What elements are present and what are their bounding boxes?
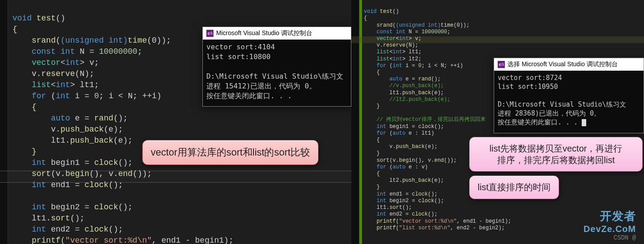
r-for: for [377,63,386,69]
id-v: v [89,58,94,67]
r-clock4: clock [412,211,428,217]
r-int: int [396,29,406,35]
r-srand: srand [377,22,393,28]
r-colon2: : [412,164,422,170]
code-content-right[interactable]: void test() { srand((unsigned int)time(0… [364,2,511,238]
console-titlebar-right[interactable]: c:\ 选择 Microsoft Visual Studio 调试控制台 [494,58,644,71]
r-N2: N [441,63,444,69]
callout-right-2: list直接排序的时间 [469,176,559,199]
callout-r2-text: list直接排序的时间 [478,182,551,192]
kw-const: const [32,47,56,56]
r-const: const [377,29,393,35]
fn-time: time [128,36,147,45]
fn-printf: printf [32,236,60,244]
console-titlebar-left[interactable]: c:\ Microsoft Visual Studio 调试控制台 [203,27,351,40]
out-path-right: D:\Microsoft Visual Studio\练习文 [498,100,626,108]
callout-left-text: vector用算法库的sort和list的sort比较 [151,147,310,158]
fn-clock: clock [94,158,118,167]
out-path-left: D:\Microsoft Visual Studio\练习文 [206,72,343,80]
r-end2b: end2 [457,225,470,231]
watermark-en: DevZe.CoM [584,224,636,234]
r-lt1: lt1 [409,49,419,55]
r-lt2: lt2 [409,56,419,62]
callout-r1-line2: 排序，排完序后将数据拷回list [478,154,634,166]
r-vector: vector [377,36,396,42]
kw-for: for [32,92,46,100]
watermark-cn: 开发者 [600,209,636,223]
r-lt2pb-cmt: //lt2.push_back(e); [390,96,451,103]
id-end1b: end1 [161,236,181,244]
r-for3: for [377,164,386,170]
kw-int7: int [32,203,46,212]
kw-auto: auto [51,114,70,123]
type-list: list [32,80,51,89]
r-pb2: push_back [396,144,425,150]
code-content-left[interactable]: void test() { srand((unsigned int)time(0… [12,2,233,244]
console-window-left[interactable]: c:\ Microsoft Visual Studio 调试控制台 vector… [202,27,351,107]
callout-r1-line1: list先将数据拷贝至vector，再进行 [478,143,634,154]
r-v6: v [422,164,425,170]
op-eq: = [85,47,99,56]
fn-srand: srand [32,36,56,45]
r-time: time [441,22,454,28]
id-i: i [75,92,80,100]
kw-int4: int [56,92,70,100]
r-pb: push_back [402,90,431,96]
r-list: list [377,49,390,55]
r-int5: int [393,63,402,69]
r-i2: i [428,63,431,69]
r-begin2b: begin2 [479,225,498,231]
r-v2: v [377,42,380,48]
cursor-icon [582,119,586,126]
r-pb3: push_back [402,177,431,184]
r-auto2: auto [393,130,406,136]
r-v3: v [390,144,393,150]
r-printf: printf [377,218,396,224]
id-end2: end2 [51,225,70,234]
fn-clock2: clock [85,180,109,189]
r-for2: for [377,130,386,136]
id-N2: N [128,92,133,100]
r-inc: ++i [450,63,460,69]
console-body-right: vector sort:8724 list sort:10950 D:\Micr… [494,71,644,129]
out-list-left: list sort:10800 [206,52,271,61]
out-key-left: 按任意键关闭此窗口. . . [206,92,292,100]
r-lt1b: lt1 [390,90,399,96]
vs-icon-right: c:\ [498,61,505,68]
r-reserve: reserve [383,42,405,48]
fn-end: end [118,169,133,178]
id-begin1: begin1 [51,158,80,167]
r-end1b: end1 [463,218,476,224]
arg-e: (e) [104,125,118,134]
r-cast: (unsigned int) [396,22,441,28]
r-int6: int [377,124,386,130]
r-lt2b: lt2 [390,177,399,184]
right-panel: void test() { srand((unsigned int)time(0… [351,0,644,244]
gutter-left [0,0,8,244]
r-int3: int [393,49,402,55]
id-begin1b: begin1 [195,236,224,244]
console-body-left: vector sort:4104 list sort:10800 D:\Micr… [203,40,351,104]
r-int2: int [399,36,409,42]
fn-pb: push_back [60,125,104,134]
r-lt1d: lt1 [377,204,386,211]
console-window-right[interactable]: c:\ 选择 Microsoft Visual Studio 调试控制台 vec… [494,58,644,133]
fn-clock4: clock [85,225,109,234]
id-v2: v [32,69,36,78]
arg-N: (N) [75,69,89,78]
r-Nval: 10000000 [422,29,447,35]
zero-call: (0) [147,36,161,45]
out-key-right: 按任意键关闭此窗口. . . [498,118,582,126]
r-ltsort: sort [390,204,402,211]
id-v3: v [51,125,56,134]
r-int8: int [377,198,386,204]
fn-ltsort: sort [51,214,70,223]
r-begin1: begin1 [390,124,409,130]
fn-begin: begin [65,169,89,178]
fn-clock3: clock [94,203,118,212]
r-clock: clock [418,124,434,130]
id-i2: i [109,92,113,100]
fn-sort: sort [32,169,51,178]
r-fmtv: "vector sort:%d\n" [399,218,457,224]
r-rand: rand [418,76,431,82]
